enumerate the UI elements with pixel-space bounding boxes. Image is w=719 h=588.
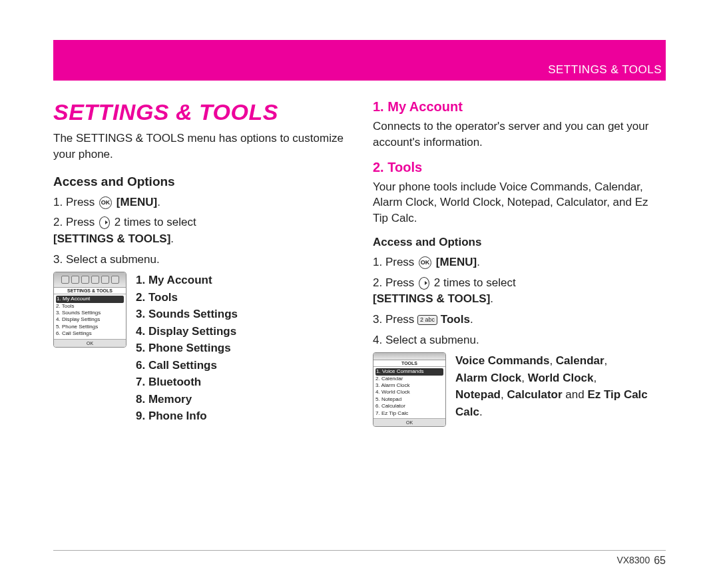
dpad-right-icon	[419, 277, 429, 290]
right-step-4: 4. Select a submenu.	[373, 332, 666, 349]
right-step-2: 2. Press 2 times to select [SETTINGS & T…	[373, 275, 666, 308]
page-title: SETTINGS & TOOLS	[53, 99, 346, 125]
screen-list-tools: 1. Voice Commands 2. Calendar 3. Alarm C…	[373, 367, 445, 418]
access-heading-right: Access and Options	[373, 236, 666, 249]
tools-summary: Voice Commands, Calendar, Alarm Clock, W…	[455, 352, 648, 420]
model-number: VX8300	[616, 555, 650, 567]
page-footer: VX8300 65	[53, 550, 666, 567]
tools-text: Your phone tools include Voice Commands,…	[373, 179, 666, 226]
phone-screen-settings: SETTINGS & TOOLS 1. My Account 2. Tools …	[53, 272, 126, 347]
content-columns: SETTINGS & TOOLS The SETTINGS & TOOLS me…	[53, 99, 666, 427]
settings-submenu-list: 1. My Account 2. Tools 3. Sounds Setting…	[136, 272, 238, 425]
left-submenu-row: SETTINGS & TOOLS 1. My Account 2. Tools …	[53, 272, 346, 425]
left-steps: 1. Press OK [MENU]. 2. Press 2 times to …	[53, 194, 346, 268]
my-account-text: Connects to the operator's server and yo…	[373, 119, 666, 150]
header-text: SETTINGS & TOOLS	[548, 63, 662, 77]
right-submenu-row: TOOLS 1. Voice Commands 2. Calendar 3. A…	[373, 352, 666, 427]
screen-status-bar	[373, 353, 445, 360]
access-heading-left: Access and Options	[53, 174, 346, 189]
left-step-2: 2. Press 2 times to select [SETTINGS & T…	[53, 214, 346, 247]
left-step-3: 3. Select a submenu.	[53, 252, 346, 268]
ok-icon: OK	[99, 196, 112, 209]
right-column: 1. My Account Connects to the operator's…	[373, 99, 666, 427]
screen-icons-row	[54, 272, 126, 288]
tools-heading: 2. Tools	[373, 160, 666, 175]
right-step-1: 1. Press OK [MENU].	[373, 254, 666, 271]
phone-screen-tools: TOOLS 1. Voice Commands 2. Calendar 3. A…	[373, 352, 446, 427]
right-step-3: 3. Press 2 abc Tools.	[373, 312, 666, 328]
left-step-1: 1. Press OK [MENU].	[53, 194, 346, 211]
screen-list-settings: 1. My Account 2. Tools 3. Sounds Setting…	[54, 294, 126, 338]
page-number: 65	[654, 555, 666, 567]
manual-page: SETTINGS & TOOLS SETTINGS & TOOLS The SE…	[0, 0, 719, 588]
key-2abc-icon: 2 abc	[417, 315, 437, 325]
dpad-right-icon	[99, 216, 110, 229]
my-account-heading: 1. My Account	[373, 99, 666, 115]
right-steps: 1. Press OK [MENU]. 2. Press 2 times to …	[373, 254, 666, 348]
left-column: SETTINGS & TOOLS The SETTINGS & TOOLS me…	[53, 99, 346, 427]
ok-icon: OK	[419, 256, 431, 269]
header-bar: SETTINGS & TOOLS	[53, 40, 666, 81]
intro-text: The SETTINGS & TOOLS menu has options to…	[53, 131, 346, 162]
